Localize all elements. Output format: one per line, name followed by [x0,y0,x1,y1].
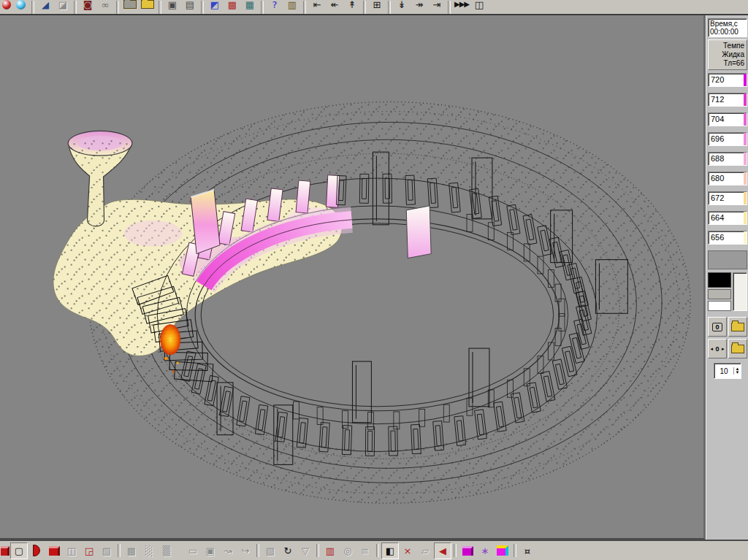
render-spheres-button[interactable]: ∞ [96,0,114,14]
scale-value-row[interactable]: 664 [708,211,747,225]
nested-boxes-button[interactable]: ▣ [202,542,219,559]
open-model-icon [123,0,137,9]
copy-step-button[interactable]: ▤ [181,0,199,14]
layer-down-button[interactable]: ↡ [393,0,411,14]
reset-counter-button[interactable]: 0 [708,317,727,337]
gate-tool-button[interactable]: ▥ [321,542,339,559]
cylinder-view-icon: ▭ [188,546,197,556]
next-window-button[interactable]: ◫ [470,0,488,14]
snapshot-icon: ◙ [83,0,93,9]
path-arrow-button[interactable]: ↝ [219,542,237,559]
half-section-view-button[interactable] [28,542,45,559]
help-book-button[interactable]: ▥ [283,0,301,14]
material-sphere-blue-button[interactable] [12,0,29,14]
solid-red-view-button[interactable] [0,542,10,559]
scale-value-row[interactable]: 712 [708,93,747,107]
gray-color-swatch[interactable] [708,289,731,299]
sparse-grid-icon: ░ [145,546,153,556]
center-zero-button[interactable]: 0 [708,339,727,358]
cutaway-corner-icon: ◲ [85,546,94,556]
particles-button[interactable]: ∗ [476,542,494,559]
toolbar-separator [376,544,379,557]
scale-value: 688 [711,154,724,163]
open-project-button[interactable] [139,0,156,14]
grid-step-button[interactable]: ⊞ [368,0,386,14]
scale-value-row[interactable]: 704 [708,112,747,126]
step-back-icon: ↞ [331,0,339,9]
wireframe-view-icon: ▢ [15,546,23,556]
go-first-step-button[interactable]: ⇤ [308,0,326,14]
rotate-model-button[interactable]: ↻ [279,542,297,559]
snapshot-button[interactable]: ◙ [79,0,96,14]
plot-graph-button[interactable]: ◢ [37,0,54,14]
scale-value: 656 [711,233,724,242]
dense-grid-button[interactable]: ▒ [158,542,175,559]
magenta-cube-icon [462,546,473,556]
cylinder-view-button[interactable]: ▭ [184,542,202,559]
spinner-arrows[interactable]: ▲▼ [733,367,741,375]
step-back-button[interactable]: ↞ [326,0,343,14]
arrow-tool-button[interactable]: ◀ [434,542,451,559]
funnel-tool-button[interactable]: ▽ [297,542,314,559]
scale-value-row[interactable]: 696 [708,132,747,146]
magenta-cube-button[interactable] [459,542,476,559]
material-sphere-red-button[interactable] [1,0,12,14]
help-button[interactable]: ? [266,0,283,14]
white-color-swatch[interactable] [708,301,731,311]
scale-color-chip [744,133,747,145]
arrow-tool-icon: ◀ [439,546,446,556]
scale-color-chip [744,231,747,244]
casting-simulation-app: ◢◪◙∞▣▤◩▩▦?▥⇤↞↟⊞↡↠⇥▶▶▶◫ [0,0,748,560]
viewport-3d[interactable] [0,15,706,540]
color-cube-button[interactable] [494,542,511,559]
scale-value-row[interactable]: 656 [708,231,747,245]
material-sphere-blue-icon [16,0,26,9]
shaded-cube-button[interactable]: ◧ [381,542,399,559]
cutaway-corner-button[interactable]: ◲ [80,542,98,559]
section-plane-button[interactable]: ◫ [63,542,80,559]
step-size-spinner[interactable]: 10 ▲▼ [714,363,741,379]
display-settings-button[interactable]: ▦ [241,0,259,14]
solid-red-view-icon [1,546,9,556]
open-model-button[interactable] [121,0,139,14]
scale-color-chip [744,113,747,126]
palette-settings-button[interactable]: ◩ [206,0,224,14]
scale-color-chip [744,93,747,106]
scale-value: 664 [711,213,724,222]
layer-up-button[interactable]: ↟ [343,0,361,14]
wireframe-view-button[interactable]: ▢ [10,542,28,559]
inspect-tool-button[interactable]: ◎ [339,542,356,559]
load-result-2-button[interactable] [728,339,747,358]
fit-view-button[interactable]: ¤ [519,542,536,559]
hatch-view-button[interactable]: ▨ [98,542,115,559]
step-forward-button[interactable]: ↠ [411,0,428,14]
run-simulation-button[interactable]: ▶▶▶ [453,0,470,14]
mold-view-button[interactable]: ▩ [123,542,140,559]
toolbar-separator [74,1,77,14]
export-graph-button[interactable]: ◪ [54,0,72,14]
solid-view-button[interactable] [45,542,63,559]
mold-view-icon: ▩ [127,546,136,556]
scale-value-row[interactable]: 680 [708,172,747,185]
load-result-button[interactable] [728,317,747,337]
mesh-settings-button[interactable]: ▩ [224,0,241,14]
layers-tool-button[interactable]: ≡ [356,542,374,559]
particles-icon: ∗ [481,546,489,556]
scale-value-row[interactable]: 720 [708,73,747,87]
axes-toggle-button[interactable]: × [399,542,416,559]
open-project-icon [141,0,154,9]
nested-boxes-icon: ▣ [206,546,215,556]
black-color-swatch[interactable] [708,272,731,288]
hand-tool-button[interactable]: ▱ [416,542,434,559]
results-panel: Время,с 00:00:00 Темпе Жидка Тл=66 72071… [706,15,748,540]
material-sphere-red-icon [2,0,11,9]
scale-value-row[interactable]: 688 [708,152,747,166]
go-last-step-button[interactable]: ⇥ [428,0,446,14]
return-arrow-button[interactable]: ↪ [237,542,254,559]
scale-value-row[interactable]: 672 [708,191,747,205]
sparse-grid-button[interactable]: ░ [140,542,158,559]
scale-color-chip [744,74,747,86]
spinner-down-icon[interactable]: ▼ [736,371,740,375]
box-view-button[interactable]: ▧ [262,542,279,559]
save-step-button[interactable]: ▣ [164,0,181,14]
